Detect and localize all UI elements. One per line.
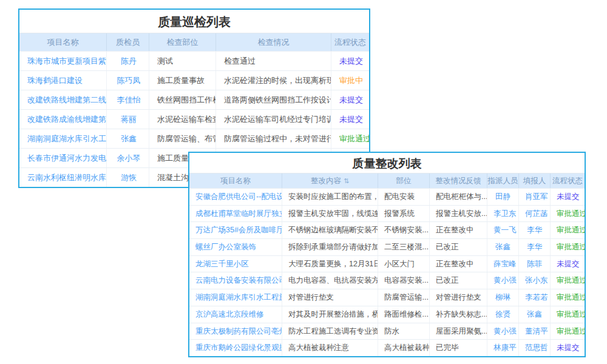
content-cell: 电力电容器、电抗器安装方案,... — [282, 272, 378, 289]
project-link[interactable]: 改建铁路成渝线增建第... — [19, 110, 107, 129]
column-header-feedback: 整改情况反馈 — [430, 174, 487, 188]
rectification-table: 质量整改列表 项目名称 整改内容⇅ 部位 整改情况反馈 指派人员 填报人 流程状… — [188, 152, 586, 357]
reporter-link[interactable]: 李华 — [519, 222, 551, 238]
part-cell: 二至三楼混... — [378, 239, 430, 255]
situation-cell: 防腐管运输过程中，未对管进行... — [216, 129, 331, 148]
assignee-link[interactable]: 林康平 — [487, 340, 519, 356]
project-link[interactable]: 珠海鹤港口建设 — [19, 71, 107, 90]
reporter-link[interactable]: 范思哲 — [519, 340, 551, 356]
table-row: 龙湖三千里小区 大理石质量更换，12月31日之... 小区大门 正在整改中 薛宝… — [189, 255, 585, 272]
part-cell: 小区大门 — [378, 256, 430, 272]
assignee-link[interactable]: 张鑫 — [487, 239, 519, 255]
reporter-link[interactable]: 李华 — [519, 239, 551, 255]
assignee-link[interactable]: 徐贤 — [487, 306, 519, 323]
content-cell: 安装时应按施工图的布置，将... — [282, 189, 378, 205]
assignee-link[interactable]: 黄小强 — [487, 323, 519, 340]
feedback-cell: 对管进行垫支 — [430, 289, 487, 306]
project-link[interactable]: 湖南洞庭湖水库引水工程施工I标 — [189, 289, 282, 306]
inspector-link[interactable]: 陈巧凤 — [107, 71, 149, 90]
feedback-cell: 已完毕 — [430, 340, 487, 356]
status-cell: 未提交 — [551, 256, 585, 272]
column-header-label: 整改内容 — [311, 177, 341, 185]
project-link[interactable]: 湖南洞庭湖水库引水工... — [19, 129, 107, 148]
situation-cell: 水泥砼运输车司机经过专门培训... — [216, 110, 331, 129]
status-cell: 审批通过 — [331, 129, 369, 148]
content-cell: 对管进行垫支 — [282, 289, 378, 306]
project-link[interactable]: 重庆市鹅岭公园绿化景观提升... — [189, 340, 282, 356]
project-link[interactable]: 安徽合肥供电公司--配电设备... — [189, 189, 282, 205]
reporter-link[interactable]: 陈菲 — [519, 256, 551, 272]
table-row: 云南电力设备安装有限公司20... 电力电容器、电抗器安装方案,... 电容器安… — [189, 272, 585, 289]
column-header-project: 项目名称 — [19, 33, 107, 51]
assignee-link[interactable]: 柳琳 — [487, 289, 519, 306]
feedback-cell: 屋面采用聚氨... — [430, 323, 487, 340]
part-cell: 施工质量事故 — [149, 71, 216, 90]
reporter-link[interactable]: 张小东 — [519, 272, 551, 289]
inspector-link[interactable]: 余小琴 — [107, 149, 149, 167]
part-cell: 报警系统 — [378, 206, 430, 222]
table-row: 珠海鹤港口建设 陈巧凤 施工质量事故 水泥砼灌注的时候，出现离析现象 审批中 — [19, 70, 369, 90]
project-link[interactable]: 长春市伊通河水力发电... — [19, 149, 107, 167]
table-row: 重庆太极制药有限公司亳州中... 防水工程施工选调有专业资质... 防水 屋面采… — [189, 323, 585, 340]
feedback-cell: 正在整改中 — [430, 256, 487, 272]
table-row: 成都杜甫草堂临时展厅独立展... 报警主机安放牢固，线缆连接... 报警系统 报… — [189, 205, 585, 222]
inspector-link[interactable]: 游恢 — [107, 168, 149, 187]
situation-cell: 水泥砼灌注的时候，出现离析现象 — [216, 71, 331, 90]
content-cell: 高大植被栽种注意 — [282, 340, 378, 356]
inspection-table-title: 质量巡检列表 — [19, 10, 369, 33]
project-link[interactable]: 云南电力设备安装有限公司20... — [189, 272, 282, 289]
reporter-link[interactable]: 董清平 — [519, 323, 551, 340]
inspector-link[interactable]: 陈丹 — [107, 52, 149, 70]
situation-cell: 道路两侧铁丝网围挡工作按设计... — [216, 90, 331, 109]
column-header-status: 流程状态 — [551, 174, 585, 188]
table-row: 安徽合肥供电公司--配电设备... 安装时应按施工图的布置，将... 配电安装 … — [189, 188, 585, 205]
project-link[interactable]: 云南水利枢纽潜明水库... — [19, 168, 107, 187]
project-link[interactable]: 成都杜甫草堂临时展厅独立展... — [189, 206, 282, 222]
column-header-reporter: 填报人 — [519, 174, 551, 188]
assignee-link[interactable]: 黄小强 — [487, 272, 519, 289]
column-header-content[interactable]: 整改内容⇅ — [282, 174, 378, 188]
table-row: 改建铁路线增建第二线... 李佳怡 铁丝网围挡工作检查 道路两侧铁丝网围挡工作按… — [19, 90, 369, 109]
part-cell: 配电安装 — [378, 189, 430, 205]
project-link[interactable]: 龙湖三千里小区 — [189, 256, 282, 272]
reporter-link[interactable]: 张鑫 — [519, 306, 551, 323]
project-link[interactable]: 螺丝厂办公室装饰 — [189, 239, 282, 255]
project-link[interactable]: 万达广场35#会所及咖啡厅空... — [189, 222, 282, 238]
inspector-link[interactable]: 李佳怡 — [107, 90, 149, 109]
reporter-link[interactable]: 肖亚军 — [519, 189, 551, 205]
part-cell: 防腐管运输、布管 — [149, 129, 216, 148]
situation-cell: 检查通过 — [216, 52, 331, 70]
reporter-link[interactable]: 李若若 — [519, 289, 551, 306]
content-cell: 报警主机安放牢固，线缆连接... — [282, 206, 378, 222]
inspector-link[interactable]: 张鑫 — [107, 129, 149, 148]
part-cell: 电容器安装... — [378, 272, 430, 289]
column-header-part: 检查部位 — [149, 33, 216, 51]
part-cell: 路面维修检... — [378, 306, 430, 323]
table-row: 京沪高速北京段维修 对其及时开展整治措施，桥头... 路面维修检... 补齐缺失… — [189, 306, 585, 323]
reporter-link[interactable]: 何芷菡 — [519, 206, 551, 222]
status-cell: 审批中 — [331, 71, 369, 90]
assignee-link[interactable]: 薛宝峰 — [487, 256, 519, 272]
feedback-cell: 报警主机安放... — [430, 206, 487, 222]
feedback-cell: 已改正 — [430, 272, 487, 289]
part-cell: 测试 — [149, 52, 216, 70]
column-header-inspector: 质检员 — [107, 33, 149, 51]
page: { "inspection": { "title": "质量巡检列表", "he… — [0, 0, 607, 364]
project-link[interactable]: 京沪高速北京段维修 — [189, 306, 282, 323]
status-cell: 未提交 — [331, 110, 369, 129]
inspector-link[interactable]: 蒋丽 — [107, 110, 149, 129]
status-cell: 审批通过 — [551, 306, 585, 323]
project-link[interactable]: 重庆太极制药有限公司亳州中... — [189, 323, 282, 340]
status-cell: 未提交 — [551, 189, 585, 205]
assignee-link[interactable]: 黄一飞 — [487, 222, 519, 238]
project-link[interactable]: 改建铁路线增建第二线... — [19, 90, 107, 109]
assignee-link[interactable]: 田静 — [487, 189, 519, 205]
column-header-assignee: 指派人员 — [487, 174, 519, 188]
part-cell: 防水 — [378, 323, 430, 340]
feedback-cell: 配电柜柜体与... — [430, 189, 487, 205]
table-row: 湖南洞庭湖水库引水工... 张鑫 防腐管运输、布管 防腐管运输过程中，未对管进行… — [19, 129, 369, 148]
sort-icon[interactable]: ⇅ — [344, 177, 349, 184]
assignee-link[interactable]: 李卫东 — [487, 206, 519, 222]
status-cell: 未提交 — [331, 52, 369, 70]
project-link[interactable]: 珠海市城市更新项目紫... — [19, 52, 107, 70]
